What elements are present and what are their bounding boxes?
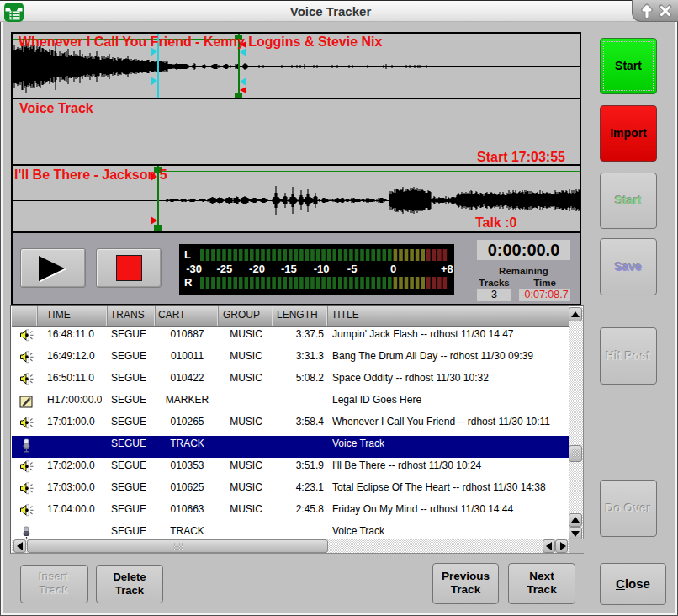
svg-text:-25: -25 (216, 263, 232, 275)
svg-text:R: R (184, 276, 193, 289)
svg-text:-5: -5 (347, 263, 358, 275)
svg-text:-10: -10 (314, 263, 330, 275)
svg-text:0: 0 (390, 263, 396, 275)
svg-text:-15: -15 (281, 263, 297, 275)
svg-text:-20: -20 (249, 263, 265, 275)
svg-text:L: L (184, 248, 191, 261)
svg-text:-30: -30 (186, 263, 202, 275)
svg-text:+8: +8 (441, 263, 453, 275)
